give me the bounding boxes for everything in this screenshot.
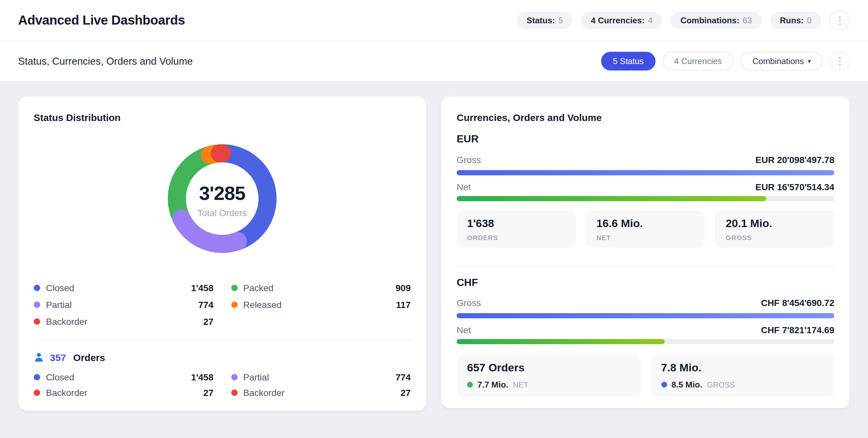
badge-status-label: Status: [527,15,555,25]
eur-orders-headline: 1'638 [467,217,565,230]
total-orders-label: Total Orders [197,207,247,218]
chf-gross-label: Gross [457,298,481,308]
currencies-orders-volume-card: Currencies, Orders and Volume EUR Gross … [441,96,850,408]
chf-gross-value: CHF 8'454'690.72 [761,298,834,308]
chf-gross-sub-label: GROSS [707,380,735,389]
orders-item-value: 774 [396,372,411,382]
chf-net-sub-value: 7.7 Mio. [477,380,508,390]
orders-label: Orders [73,351,105,363]
filter-combinations-label: Combinations [752,56,804,66]
eur-net-label: Net [457,182,471,192]
chf-net-bar-fill [457,339,664,344]
eur-gross-caption: GROSS [726,234,824,241]
legend-value: 1'458 [191,282,213,293]
eur-net-row: Net EUR 16'570'514.34 [457,182,834,193]
orders-item-partial: Partial 774 [231,371,411,382]
filter-status-button[interactable]: 5 Status [601,52,655,70]
orders-item-label: Backorder [46,387,88,398]
app-title: Advanced Live Dashboards [18,13,185,28]
filter-currencies-label: 4 Currencies [674,56,722,66]
donut-center-text: 3'285 Total Orders [167,144,277,256]
badge-currencies-value: 4 [648,15,652,25]
orders-count: 357 [50,351,66,363]
eur-net-box: 16.6 Mio. NET [586,211,705,248]
kebab-dot-icon [839,23,841,25]
orders-dot-partial [231,374,238,380]
kebab-dot-icon [839,16,841,18]
orders-item-backorder-2: Backorder 27 [231,387,411,398]
legend-value: 774 [198,299,213,310]
legend-value: 27 [204,316,213,327]
chf-net-row: Net CHF 7'821'174.69 [457,325,834,336]
legend-dot-closed [34,284,40,291]
orders-item-label: Closed [46,372,74,382]
eur-gross-value: EUR 20'098'497.78 [755,155,834,165]
dashboard-toolbar: Status, Currencies, Orders and Volume 5 … [0,41,868,81]
header-kebab-menu-button[interactable] [830,10,850,30]
legend-item-backorder: Backorder 27 [34,316,213,327]
eur-gross-bar-fill [457,170,834,175]
orders-dot-backorder [34,389,40,396]
filter-currencies-button[interactable]: 4 Currencies [663,52,734,70]
dashboard-content: Status Distribution 3'285 Total Orders C… [0,81,868,411]
eur-net-headline: 16.6 Mio. [596,217,694,230]
legend-item-closed: Closed 1'458 [34,282,213,293]
orders-dot-closed [34,374,40,380]
kebab-dot-icon [839,64,841,66]
eur-gross-bar [457,170,834,175]
kebab-dot-icon [839,60,841,62]
orders-item-label: Partial [243,372,269,382]
chf-volume-headline: 7.8 Mio. [661,362,824,375]
legend-label: Closed [46,282,74,293]
chf-net-subrow: 7.7 Mio. NET [467,380,630,390]
badge-runs: Runs: 0 [770,12,822,29]
user-icon [34,352,44,362]
chf-gross-row: Gross CHF 8'454'690.72 [457,298,834,309]
card-divider [34,340,411,340]
legend-dot-partial [34,301,40,308]
legend-dot-backorder [34,318,40,325]
eur-net-bar [457,196,834,201]
eur-gross-row: Gross EUR 20'098'497.78 [457,155,834,166]
orders-item-backorder: Backorder 27 [34,387,213,398]
legend-item-released: Released 117 [231,299,411,310]
chf-gross-sub-value: 8.5 Mio. [672,380,702,390]
orders-breakdown-list: Closed 1'458 Partial 774 Backorder 27 Ba… [34,371,411,398]
eur-gross-label: Gross [457,155,481,165]
filter-status-label: 5 Status [613,56,644,66]
badge-combinations-value: 63 [743,15,752,25]
legend-value: 117 [396,299,411,310]
eur-gross-headline: 20.1 Mio. [726,217,824,230]
orders-dot-backorder [231,389,238,396]
badge-combinations: Combinations: 63 [671,12,762,29]
chf-orders-box: 657 Orders 7.7 Mio. NET [457,355,640,397]
eur-net-caption: NET [596,234,694,241]
legend-item-packed: Packed 909 [231,282,411,293]
orders-item-value: 1'458 [191,372,213,382]
chf-orders-headline: 657 Orders [467,362,630,375]
eur-stat-boxes: 1'638 ORDERS 16.6 Mio. NET 20.1 Mio. GRO… [457,211,834,248]
header-badges: Status: 5 4 Currencies: 4 Combinations: … [517,10,850,30]
chf-net-label: Net [457,325,471,335]
orders-item-value: 27 [401,387,411,398]
total-orders-value: 3'285 [199,182,246,204]
orders-item-closed: Closed 1'458 [34,371,213,382]
toolbar-kebab-menu-button[interactable] [830,51,850,71]
chf-net-value: CHF 7'821'174.69 [761,325,834,335]
badge-currencies-label: 4 Currencies: [591,15,645,25]
chf-volume-box: 7.8 Mio. 8.5 Mio. GROSS [651,355,834,397]
net-dot-icon [467,382,473,388]
legend-label: Released [243,299,281,310]
chevron-down-icon: ▾ [808,58,811,65]
status-donut-chart: 3'285 Total Orders [167,144,277,256]
badge-combinations-label: Combinations: [680,15,739,25]
badge-runs-label: Runs: [780,15,804,25]
gross-dot-icon [661,382,667,388]
filter-combinations-button[interactable]: Combinations ▾ [741,52,823,70]
chf-net-sub-label: NET [513,380,528,389]
eur-orders-box: 1'638 ORDERS [457,211,576,248]
legend-item-partial: Partial 774 [34,299,213,310]
chf-gross-bar [457,313,834,318]
eur-net-value: EUR 16'570'514.34 [755,182,834,192]
legend-dot-released [231,301,238,308]
